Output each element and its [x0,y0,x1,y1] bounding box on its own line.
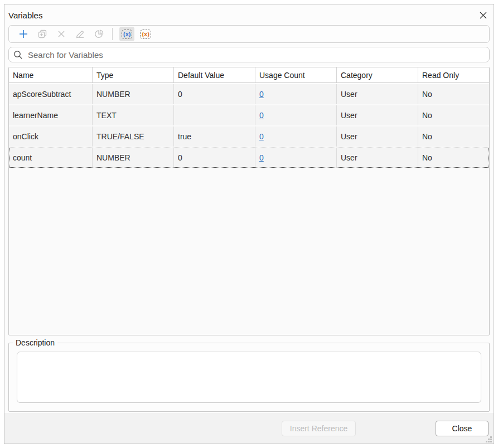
dialog-title: Variables [8,11,42,20]
search-icon [13,50,23,60]
show-builtin-variables-toggle[interactable]: (x) [138,27,153,41]
duplicate-icon [37,29,47,39]
builtin-variables-icon: (x) [140,30,151,39]
cell-name[interactable]: learnerName [9,105,93,125]
resize-grip-icon[interactable] [485,435,492,442]
delete-x-icon [57,30,66,38]
cell-read-only[interactable]: No [418,84,489,104]
cell-read-only[interactable]: No [418,105,489,125]
delete-variable-button[interactable] [52,27,71,41]
cell-usage-count: 0 [255,84,337,104]
column-header-default-value[interactable]: Default Value [174,67,255,82]
cell-default-value[interactable]: 0 [174,84,255,104]
cell-default-value[interactable]: 0 [174,148,255,168]
description-group: Description [8,338,490,412]
cell-usage-count: 0 [255,126,337,147]
search-bar [8,47,490,62]
insert-reference-button[interactable]: Insert Reference [282,421,356,436]
cell-category[interactable]: User [337,126,418,147]
search-input[interactable] [28,50,489,60]
title-bar: Variables [4,4,494,25]
variables-dialog: Variables [4,4,494,444]
add-variable-button[interactable] [14,27,33,41]
cell-default-value[interactable]: true [174,126,255,147]
duplicate-variable-button[interactable] [33,27,52,41]
description-label: Description [13,338,57,347]
cell-category[interactable]: User [337,148,418,168]
table-row[interactable]: learnerName TEXT 0 User No [9,105,489,125]
usage-count-link[interactable]: 0 [259,111,264,120]
usage-count-link[interactable]: 0 [259,132,264,141]
column-header-name[interactable]: Name [9,67,93,82]
toolbar-separator [112,28,113,40]
table-row[interactable]: apScoreSubtract NUMBER 0 0 User No [9,84,489,104]
cell-name[interactable]: count [9,148,93,168]
cell-usage-count: 0 [255,105,337,125]
show-project-variables-toggle[interactable]: (x) [119,27,134,41]
cell-category[interactable]: User [337,84,418,104]
plus-icon [18,29,28,39]
table-body: apScoreSubtract NUMBER 0 0 User No learn… [9,83,489,168]
close-icon[interactable] [477,9,489,21]
usage-count-link[interactable]: 0 [259,90,264,99]
cell-name[interactable]: apScoreSubtract [9,84,93,104]
cell-default-value[interactable] [174,105,255,125]
usage-report-button[interactable] [90,27,109,41]
column-header-category[interactable]: Category [337,67,418,82]
cell-read-only[interactable]: No [418,126,489,147]
project-variables-icon: (x) [122,30,132,39]
cell-type[interactable]: TRUE/FALSE [93,126,174,147]
cell-name[interactable]: onClick [9,126,93,147]
pie-chart-icon [94,29,104,39]
footer: Insert Reference Close [4,413,494,444]
usage-count-link[interactable]: 0 [259,153,264,162]
variables-table: Name Type Default Value Usage Count Cate… [8,67,490,335]
table-row[interactable]: onClick TRUE/FALSE true 0 User No [9,126,489,147]
column-header-type[interactable]: Type [93,67,174,82]
table-row[interactable]: count NUMBER 0 0 User No [9,148,489,168]
cell-type[interactable]: TEXT [93,105,174,125]
toolbar: (x) (x) [8,25,490,43]
table-header: Name Type Default Value Usage Count Cate… [9,67,489,83]
cell-usage-count: 0 [255,148,337,168]
close-button[interactable]: Close [436,421,489,436]
edit-variable-button[interactable] [71,27,90,41]
column-header-usage-count[interactable]: Usage Count [255,67,337,82]
cell-category[interactable]: User [337,105,418,125]
cell-read-only[interactable]: No [418,148,489,168]
cell-type[interactable]: NUMBER [93,84,174,104]
description-textarea[interactable] [17,352,481,403]
pencil-icon [75,29,85,39]
cell-type[interactable]: NUMBER [93,148,174,168]
column-header-read-only[interactable]: Read Only [418,67,489,82]
